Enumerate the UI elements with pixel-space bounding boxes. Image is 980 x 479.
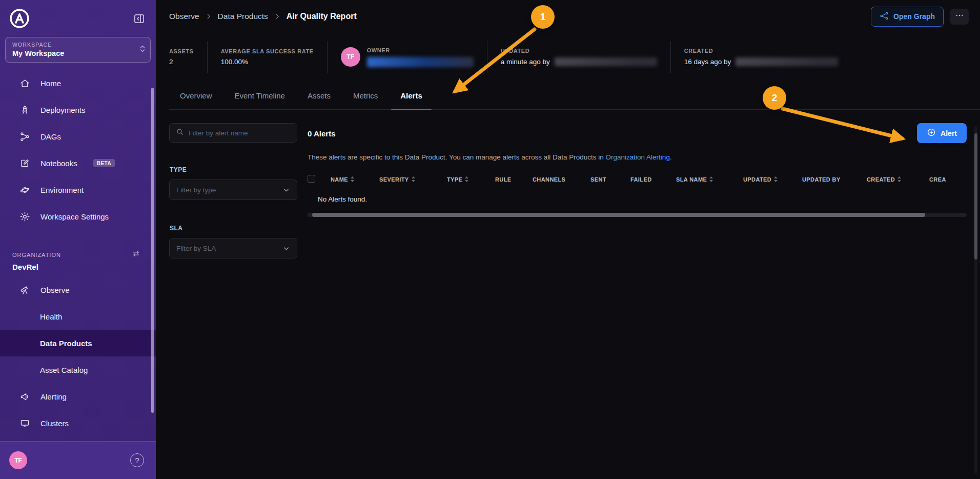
sidebar-item-label: DAGs <box>40 132 61 141</box>
column-header-sla-name[interactable]: SLA NAME <box>676 176 743 183</box>
column-header-severity[interactable]: SEVERITY <box>379 176 447 183</box>
more-options-button[interactable] <box>950 9 969 25</box>
stats-bar: ASSETS 2 AVERAGE SLA SUCCESS RATE 100.00… <box>169 41 969 73</box>
sidebar-item-home[interactable]: Home <box>0 70 156 96</box>
sidebar-item-label: Data Products <box>40 339 92 348</box>
sort-icon <box>412 176 415 182</box>
column-header-name[interactable]: NAME <box>331 176 379 183</box>
sidebar-item-workspace-settings[interactable]: Workspace Settings <box>0 203 156 230</box>
sidebar-item-alerting[interactable]: Alerting <box>0 383 156 410</box>
organization-alerting-link[interactable]: Organization Alerting <box>606 153 670 161</box>
sidebar-item-environment[interactable]: Environment <box>0 176 156 203</box>
top-bar: Observe Data Products Air Quality Report <box>156 0 980 33</box>
chevron-down-icon <box>282 186 290 194</box>
add-alert-label: Alert <box>941 129 957 137</box>
organization-section: ORGANIZATION DevRel <box>0 249 156 271</box>
owner-name-redacted <box>367 57 474 67</box>
column-header-channels: CHANNELS <box>533 176 590 183</box>
sidebar-item-label: Workspace Settings <box>40 212 109 221</box>
search-input[interactable] <box>189 129 291 137</box>
sidebar-item-observe[interactable]: Observe <box>0 276 156 303</box>
astronomer-logo-icon <box>8 7 31 30</box>
user-avatar[interactable]: TF <box>9 451 27 469</box>
type-filter-value: Filter by type <box>176 186 216 194</box>
breadcrumb: Observe Data Products Air Quality Report <box>169 12 357 21</box>
sidebar-item-data-products[interactable]: Data Products <box>0 330 156 356</box>
stat-label: UPDATED <box>501 48 657 54</box>
open-graph-button[interactable]: Open Graph <box>871 7 944 27</box>
organization-label: ORGANIZATION <box>12 252 61 258</box>
workspace-name: My Workspace <box>12 49 135 57</box>
sidebar-item-label: Notebooks <box>40 159 77 168</box>
tab-alerts[interactable]: Alerts <box>399 88 423 109</box>
sidebar-item-dags[interactable]: DAGs <box>0 123 156 150</box>
sidebar-item-deployments[interactable]: Deployments <box>0 96 156 123</box>
chevron-updown-icon <box>139 45 146 55</box>
sidebar-item-label: Home <box>40 79 61 88</box>
stat-owner: TF OWNER <box>328 41 487 73</box>
sidebar-item-clusters[interactable]: Clusters <box>0 410 156 436</box>
chevron-right-icon <box>205 13 212 20</box>
planet-icon <box>19 185 30 195</box>
tab-event-timeline[interactable]: Event Timeline <box>234 88 286 109</box>
monitor-icon <box>19 418 30 429</box>
tab-metrics[interactable]: Metrics <box>352 88 379 109</box>
vertical-scrollbar-thumb[interactable] <box>974 133 977 260</box>
organization-name: DevRel <box>12 263 140 271</box>
search-icon <box>176 128 184 138</box>
telescope-icon <box>19 285 30 295</box>
horizontal-scrollbar <box>308 213 967 217</box>
filter-panel: TYPE Filter by type SLA Filter by SLA <box>169 123 297 283</box>
sla-filter-select[interactable]: Filter by SLA <box>169 238 297 258</box>
graph-icon <box>880 11 889 22</box>
sidebar-item-asset-catalog[interactable]: Asset Catalog <box>0 356 156 383</box>
add-alert-button[interactable]: Alert <box>917 123 967 143</box>
sidebar-header <box>0 0 156 30</box>
sidebar-item-label: Alerting <box>40 392 67 401</box>
column-header-created[interactable]: CREATED <box>867 176 929 183</box>
tab-assets[interactable]: Assets <box>307 88 332 109</box>
column-header-updated[interactable]: UPDATED <box>743 176 802 183</box>
type-filter-select[interactable]: Filter by type <box>169 179 297 200</box>
annotation-step-2-badge: 2 <box>763 86 786 110</box>
stat-created: CREATED 16 days ago by <box>671 41 852 73</box>
empty-state-message: No Alerts found. <box>308 195 967 203</box>
description-text: These alerts are specific to this Data P… <box>308 153 606 161</box>
created-by-redacted <box>736 57 838 66</box>
dag-icon <box>19 131 30 142</box>
switch-organization-icon[interactable] <box>132 249 140 260</box>
sidebar-scrollbar[interactable] <box>151 88 154 413</box>
collapse-sidebar-button[interactable] <box>133 12 146 25</box>
open-graph-label: Open Graph <box>893 12 935 21</box>
chevron-right-icon <box>274 13 281 20</box>
home-icon <box>19 78 30 89</box>
breadcrumb-item-data-products[interactable]: Data Products <box>218 12 268 21</box>
horizontal-scrollbar-thumb[interactable] <box>312 213 925 217</box>
tabs: Overview Event Timeline Assets Metrics A… <box>169 88 980 110</box>
page-title: Air Quality Report <box>287 12 357 21</box>
sla-filter-value: Filter by SLA <box>176 245 216 252</box>
alerts-panel: 0 Alerts Alert These alerts are specific… <box>308 123 980 283</box>
gear-icon <box>19 211 30 222</box>
beta-badge: BETA <box>93 159 115 167</box>
annotation-step-1-badge: 1 <box>531 5 555 29</box>
stat-assets: ASSETS 2 <box>169 41 208 73</box>
workspace-nav: Home Deployments <box>0 70 156 230</box>
workspace-selector[interactable]: WORKSPACE My Workspace <box>5 37 151 63</box>
notebook-icon <box>19 158 30 169</box>
vertical-scrollbar <box>974 126 977 474</box>
breadcrumb-item-observe[interactable]: Observe <box>169 12 199 21</box>
organization-nav: Observe Health Data Products Asset Catal… <box>0 276 156 436</box>
owner-avatar: TF <box>341 47 360 67</box>
sidebar-item-notebooks[interactable]: Notebooks BETA <box>0 150 156 176</box>
sidebar-item-health[interactable]: Health <box>0 303 156 330</box>
stat-label: OWNER <box>367 47 474 53</box>
alerts-description: These alerts are specific to this Data P… <box>308 153 967 161</box>
help-button[interactable] <box>130 453 144 467</box>
tab-overview[interactable]: Overview <box>179 88 213 109</box>
chevron-down-icon <box>282 245 290 252</box>
sidebar-footer: TF <box>0 441 156 479</box>
alerts-count: 0 Alerts <box>308 129 335 138</box>
select-all-checkbox[interactable] <box>308 175 315 183</box>
column-header-type[interactable]: TYPE <box>447 176 495 183</box>
